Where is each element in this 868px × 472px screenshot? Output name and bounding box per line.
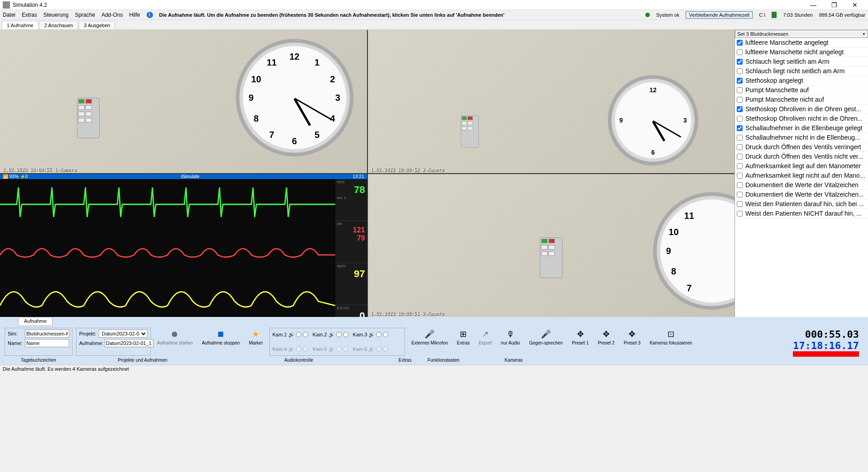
checklist-item[interactable]: Pumpt Manschette nicht auf xyxy=(735,95,868,104)
checklist-checkbox[interactable] xyxy=(737,192,743,198)
wall-clock: 12 1 2 3 4 5 6 7 8 9 10 11 xyxy=(236,39,353,156)
checklist-item[interactable]: Druck durch Öffnen des Ventils nicht ver… xyxy=(735,152,868,161)
checklist-checkbox[interactable] xyxy=(737,173,743,179)
focus-icon: ⊡ xyxy=(665,329,676,340)
checklist-checkbox[interactable] xyxy=(737,68,743,74)
checklist-item[interactable]: luftleere Manschette nicht angelegt xyxy=(735,47,868,57)
hours-remaining: 7:03 Stunden xyxy=(783,12,812,18)
kam3-audio[interactable]: Kam.3 🔊 xyxy=(353,330,389,340)
checklist-set-dropdown[interactable]: Set 3 Blutdruckmessen ▼ xyxy=(735,30,868,38)
checklist-checkbox[interactable] xyxy=(737,97,743,103)
checklist-item[interactable]: Dokumentiert die Werte der Vitalzeichen xyxy=(735,180,868,190)
close-button[interactable]: ✕ xyxy=(844,0,865,10)
aufnahme-stoppen-button[interactable]: ⏹ Aufnahme stoppen xyxy=(199,328,243,356)
checklist-checkbox[interactable] xyxy=(737,87,743,93)
export-icon: ↗ xyxy=(480,329,491,340)
checklist-checkbox[interactable] xyxy=(737,59,743,65)
checklist-item[interactable]: Dokumentiert die Werte der Vitalzeichen.… xyxy=(735,190,868,199)
stop-icon: ⏹ xyxy=(215,329,226,340)
statusbar: Die Aufnahme läuft. Es werden 4 Kameras … xyxy=(0,365,868,373)
checklist-checkbox[interactable] xyxy=(737,144,743,150)
menu-steuerung[interactable]: Steuerung xyxy=(43,12,68,18)
kam2-audio[interactable]: Kam.2 🔊 xyxy=(313,330,348,340)
checklist-checkbox[interactable] xyxy=(737,106,743,112)
sim-input[interactable] xyxy=(25,330,69,338)
checklist-item[interactable]: Schallaufnehmer nicht in die Ellenbeug..… xyxy=(735,133,868,142)
checklist-item[interactable]: Weist den Patienten darauf hin, sich bei… xyxy=(735,199,868,209)
checklist-checkbox[interactable] xyxy=(737,163,743,169)
checklist-item[interactable]: Schallaufnehmer in die Ellenbeuge gelegt xyxy=(735,123,868,133)
vitals-etco2: ETCO2 0 AF 0 xyxy=(335,305,367,317)
projekt-select[interactable]: Datum2023-02-01 xyxy=(99,330,148,338)
checklist-text: Druck durch Öffnen des Ventils nicht ver… xyxy=(745,153,863,160)
subtab-aufnahme[interactable]: Aufnahme xyxy=(18,317,52,326)
group-extras-label: Extras xyxy=(385,358,425,365)
checklist-checkbox[interactable] xyxy=(737,78,743,84)
nur-audio-button[interactable]: 🎙 nur Audio xyxy=(498,328,523,356)
checklist-item[interactable]: luftleere Manschette angelegt xyxy=(735,38,868,47)
name-label: Name: xyxy=(8,340,23,346)
checklist-checkbox[interactable] xyxy=(737,211,743,217)
checklist-checkbox[interactable] xyxy=(737,40,743,46)
checklist-text: Weist den Patienten NICHT darauf hin, ..… xyxy=(745,210,862,217)
aufnahme-label: Aufnahme: xyxy=(79,340,103,346)
kam1-audio[interactable]: Kam.1 🔊 xyxy=(272,330,308,340)
checklist-item[interactable]: Stethoskop Ohroliven in die Ohren gest..… xyxy=(735,104,868,114)
checklist-item[interactable]: Pumpt Manschette auf xyxy=(735,85,868,95)
preset1-button[interactable]: ✥ Preset 1 xyxy=(569,328,591,356)
checklist-item[interactable]: Stethoskop Ohroliven nicht in die Ohren.… xyxy=(735,114,868,123)
drive-label: C:\ xyxy=(759,12,765,18)
gegensprechen-button[interactable]: 🎤 Gegen-sprechen xyxy=(526,328,566,356)
tab-aufnahme[interactable]: 1 Aufnahme xyxy=(2,21,38,29)
marker-button[interactable]: ★ Marker xyxy=(246,328,266,356)
checklist-item[interactable]: Aufmerksamkeit liegt nicht auf den Mano.… xyxy=(735,171,868,180)
preset2-button[interactable]: ✥ Preset 2 xyxy=(595,328,617,356)
extras-button[interactable]: ⊞ Extras xyxy=(454,328,472,356)
menu-addons[interactable]: Add-Ons xyxy=(101,12,123,18)
checklist-checkbox[interactable] xyxy=(737,125,743,131)
checklist-checkbox[interactable] xyxy=(737,154,743,160)
camera-3-view[interactable]: 10 11 9 8 7 1.02.2023 10:00:51 3-Kamera xyxy=(368,174,735,317)
checklist-checkbox[interactable] xyxy=(737,49,743,55)
maximize-button[interactable]: ❐ xyxy=(824,0,844,10)
camera-1-timestamp: 1.02.2023 10:00:55 1-Kamera xyxy=(3,167,76,172)
vitals-monitor[interactable]: 📶 93% ⚡0 iSimulate 13:21 EKG xyxy=(0,174,367,317)
recording-bar xyxy=(793,351,859,357)
menu-datei[interactable]: Datei xyxy=(3,12,15,18)
checklist-checkbox[interactable] xyxy=(737,201,743,207)
preset3-button[interactable]: ✥ Preset 3 xyxy=(621,328,643,356)
preset-icon: ✥ xyxy=(575,329,586,340)
tab-ausgeben[interactable]: 3 Ausgeben xyxy=(79,21,115,29)
kameras-fokussieren-button[interactable]: ⊡ Kameras fokussieren xyxy=(647,328,695,356)
menu-extras[interactable]: Extras xyxy=(22,12,37,18)
checklist-item[interactable]: Stethoskop angelegt xyxy=(735,76,868,85)
camera-1-view[interactable]: 12 1 2 3 4 5 6 7 8 9 10 11 xyxy=(0,30,367,173)
checklist-text: luftleere Manschette nicht angelegt xyxy=(745,48,844,56)
disk-free: 889,54 GB verfügbar xyxy=(819,12,865,18)
name-input[interactable] xyxy=(25,339,69,347)
kam4-audio: Kam.4 🔊 xyxy=(272,344,308,354)
checklist-checkbox[interactable] xyxy=(737,182,743,188)
camera-2-view[interactable]: 12 3 6 9 1.02.2023 10:00:52 2-Kamera xyxy=(368,30,735,173)
system-status-text: System ok xyxy=(656,12,679,18)
checklist-item[interactable]: Weist den Patienten NICHT darauf hin, ..… xyxy=(735,209,868,218)
checklist-item[interactable]: Schlauch liegt seitlich am Arm xyxy=(735,57,868,66)
group-tagebuch-label: Tagebuchzeichen xyxy=(5,358,72,365)
menu-sprache[interactable]: Sprache xyxy=(75,12,95,18)
checklist-checkbox[interactable] xyxy=(737,116,743,122)
checklist-text: Schallaufnehmer in die Ellenbeuge gelegt xyxy=(745,124,862,132)
externes-mikrofon-button[interactable]: 🎤 Externes Mikrofon xyxy=(409,328,451,356)
elapsed-time: 000:55.03 xyxy=(793,329,859,340)
menu-hilfe[interactable]: Hilfe xyxy=(129,12,140,18)
checklist-text: Pumpt Manschette auf xyxy=(745,86,809,94)
minimize-button[interactable]: — xyxy=(803,0,824,10)
checklist-item[interactable]: Aufmerksamkeit liegt auf den Manometer xyxy=(735,161,868,171)
remote-device xyxy=(461,115,479,148)
checklist-text: Stethoskop Ohroliven in die Ohren gest..… xyxy=(745,105,861,113)
checklist-item[interactable]: Druck durch Öffnen des Ventils verringer… xyxy=(735,142,868,152)
audio-icon: 🎙 xyxy=(505,329,516,340)
aufnahme-input[interactable] xyxy=(105,339,153,347)
checklist-checkbox[interactable] xyxy=(737,135,743,141)
checklist-item[interactable]: Schlauch liegt nicht seitlich am Arm xyxy=(735,66,868,76)
tab-anschauen[interactable]: 2 Anschauen xyxy=(39,21,78,29)
